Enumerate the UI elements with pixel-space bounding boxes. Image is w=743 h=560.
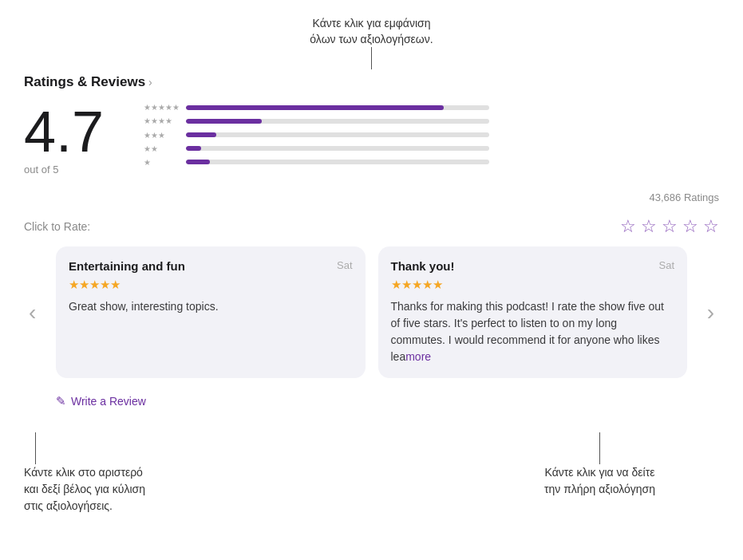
star-row-5: ★★★★★ [144,103,180,112]
ratings-summary: 4.7 out of 5 ★★★★★ ★★★★ ★★★ ★★ ★ [24,103,719,175]
review-card-2[interactable]: Thank you! Sat ★★★★★ Thanks for making t… [378,246,688,378]
callout-right-text: Κάντε κλικ για να δείτε την πλήρη αξιολό… [544,464,655,498]
star-row-1: ★ [144,158,180,167]
big-score: 4.7 out of 5 [24,103,120,175]
star-icon-col: ★★★★★ ★★★★ ★★★ ★★ ★ [144,103,180,167]
reviews-container: ‹ Entertaining and fun Sat ★★★★★ Great s… [56,246,687,378]
write-review-link[interactable]: ✎ Write a Review [56,394,719,408]
rate-stars[interactable]: ☆ ☆ ☆ ☆ ☆ [620,216,719,237]
page-wrapper: Κάντε κλικ για εμφάνιση όλων των αξιολογ… [0,0,743,560]
review-card-1-header: Entertaining and fun Sat [69,259,353,273]
callout-bottom-right: Κάντε κλικ για να δείτε την πλήρη αξιολό… [544,432,655,515]
review-1-body: Great show, interesting topics. [69,298,353,315]
review-2-date: Sat [658,259,674,271]
bar-row-2 [186,144,719,153]
review-2-more[interactable]: more [405,350,431,363]
callout-left-text: Κάντε κλικ στο αριστερό και δεξί βέλος γ… [24,464,145,515]
callout-top-line [371,47,372,69]
bottom-callouts: Κάντε κλικ στο αριστερό και δεξί βέλος γ… [24,432,719,515]
section-chevron: › [148,76,152,89]
rate-star-2[interactable]: ☆ [641,216,657,237]
callout-top: Κάντε κλικ για εμφάνιση όλων των αξιολογ… [24,16,719,69]
rate-row: Click to Rate: ☆ ☆ ☆ ☆ ☆ [24,216,719,237]
bar-row-4 [186,116,719,126]
bar-row-1 [186,157,719,167]
score-number: 4.7 [24,103,120,160]
callout-left-line [35,432,36,464]
stars-histogram: ★★★★★ ★★★★ ★★★ ★★ ★ [144,103,719,167]
review-2-stars: ★★★★★ [391,278,675,292]
review-1-stars: ★★★★★ [69,278,353,292]
review-1-title: Entertaining and fun [69,259,185,273]
section-title: Ratings & Reviews [24,74,145,90]
section-header[interactable]: Ratings & Reviews › [24,74,719,90]
review-2-body: Thanks for making this podcast! I rate t… [391,298,675,365]
callout-bottom-left: Κάντε κλικ στο αριστερό και δεξί βέλος γ… [24,432,145,515]
ratings-count: 43,686 Ratings [24,191,719,203]
star-row-4: ★★★★ [144,116,180,125]
nav-arrow-left[interactable]: ‹ [26,300,39,325]
rate-star-1[interactable]: ☆ [620,216,636,237]
callout-top-text: Κάντε κλικ για εμφάνιση όλων των αξιολογ… [24,16,719,47]
write-review-label: Write a Review [71,395,146,408]
bars-col [186,103,719,167]
review-card-1[interactable]: Entertaining and fun Sat ★★★★★ Great sho… [56,246,366,378]
score-label: out of 5 [24,164,120,175]
nav-arrow-right[interactable]: › [704,300,717,325]
rate-star-3[interactable]: ☆ [662,216,678,237]
review-2-title: Thank you! [391,259,455,273]
bar-row-3 [186,130,719,140]
star-row-2: ★★ [144,144,180,153]
reviews-row: Entertaining and fun Sat ★★★★★ Great sho… [56,246,687,378]
star-row-3: ★★★ [144,131,180,140]
rate-label: Click to Rate: [24,220,90,233]
rate-star-4[interactable]: ☆ [682,216,698,237]
callout-right-line [599,432,600,464]
bar-row-5 [186,103,719,112]
rate-star-5[interactable]: ☆ [703,216,719,237]
review-card-2-header: Thank you! Sat [391,259,675,273]
write-review-icon: ✎ [56,394,66,408]
review-1-date: Sat [337,259,353,271]
